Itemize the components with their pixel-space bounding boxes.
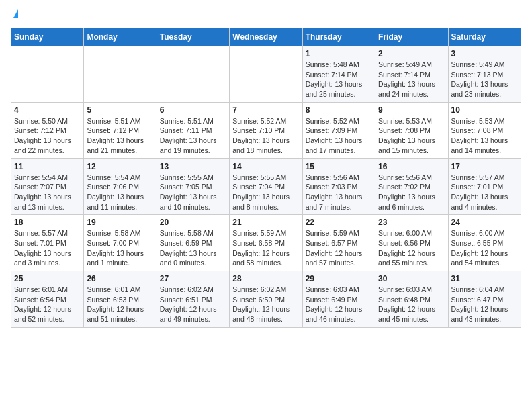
calendar-header-wednesday: Wednesday: [230, 28, 302, 46]
calendar-week-row: 11Sunrise: 5:54 AMSunset: 7:07 PMDayligh…: [11, 158, 521, 215]
day-number: 13: [160, 162, 226, 171]
day-number: 6: [160, 105, 226, 115]
day-number: 8: [306, 105, 372, 115]
calendar-cell: 19Sunrise: 5:58 AMSunset: 7:00 PMDayligh…: [84, 215, 157, 271]
calendar-cell: 25Sunrise: 6:01 AMSunset: 6:54 PMDayligh…: [11, 271, 84, 328]
logo-icon: [13, 9, 18, 18]
calendar-cell: 7Sunrise: 5:52 AMSunset: 7:10 PMDaylight…: [230, 102, 302, 158]
day-info: Sunrise: 5:49 AMSunset: 7:14 PMDaylight:…: [378, 60, 445, 99]
day-number: 7: [232, 105, 299, 115]
day-info: Sunrise: 6:01 AMSunset: 6:53 PMDaylight:…: [87, 285, 153, 324]
calendar-week-row: 25Sunrise: 6:01 AMSunset: 6:54 PMDayligh…: [11, 271, 521, 328]
calendar-cell: 26Sunrise: 6:01 AMSunset: 6:53 PMDayligh…: [84, 271, 157, 328]
day-info: Sunrise: 5:50 AMSunset: 7:12 PMDaylight:…: [14, 116, 81, 156]
calendar-header-monday: Monday: [84, 28, 157, 46]
day-info: Sunrise: 5:59 AMSunset: 6:57 PMDaylight:…: [306, 228, 372, 268]
day-number: 21: [232, 218, 299, 227]
day-info: Sunrise: 5:48 AMSunset: 7:14 PMDaylight:…: [306, 60, 372, 99]
day-number: 22: [306, 218, 372, 227]
calendar-cell: 17Sunrise: 5:57 AMSunset: 7:01 PMDayligh…: [448, 158, 521, 215]
calendar-cell: 29Sunrise: 6:03 AMSunset: 6:49 PMDayligh…: [302, 271, 375, 328]
calendar-cell: 24Sunrise: 6:00 AMSunset: 6:55 PMDayligh…: [448, 215, 521, 271]
calendar-cell: 20Sunrise: 5:58 AMSunset: 6:59 PMDayligh…: [157, 215, 229, 271]
calendar-week-row: 1Sunrise: 5:48 AMSunset: 7:14 PMDaylight…: [11, 46, 521, 103]
calendar-cell: 31Sunrise: 6:04 AMSunset: 6:47 PMDayligh…: [448, 271, 521, 328]
calendar-header-friday: Friday: [375, 28, 448, 46]
day-info: Sunrise: 6:00 AMSunset: 6:56 PMDaylight:…: [378, 228, 445, 268]
day-info: Sunrise: 5:54 AMSunset: 7:07 PMDaylight:…: [14, 173, 81, 212]
calendar-cell: 8Sunrise: 5:52 AMSunset: 7:09 PMDaylight…: [302, 102, 375, 158]
calendar-cell: 2Sunrise: 5:49 AMSunset: 7:14 PMDaylight…: [375, 46, 448, 103]
calendar-cell: 18Sunrise: 5:57 AMSunset: 7:01 PMDayligh…: [11, 215, 84, 271]
calendar-cell: [11, 46, 84, 103]
calendar-cell: 10Sunrise: 5:53 AMSunset: 7:08 PMDayligh…: [448, 102, 521, 158]
day-info: Sunrise: 5:56 AMSunset: 7:02 PMDaylight:…: [378, 173, 445, 212]
day-number: 31: [451, 274, 518, 283]
calendar-cell: 11Sunrise: 5:54 AMSunset: 7:07 PMDayligh…: [11, 158, 84, 215]
calendar-week-row: 18Sunrise: 5:57 AMSunset: 7:01 PMDayligh…: [11, 215, 521, 271]
day-number: 18: [14, 218, 81, 227]
day-info: Sunrise: 6:00 AMSunset: 6:55 PMDaylight:…: [451, 228, 518, 268]
day-info: Sunrise: 5:55 AMSunset: 7:05 PMDaylight:…: [160, 173, 226, 212]
day-number: 25: [14, 274, 81, 283]
day-number: 15: [306, 162, 372, 171]
day-number: 12: [87, 162, 153, 171]
calendar-header-sunday: Sunday: [11, 28, 84, 46]
day-number: 10: [451, 105, 518, 115]
day-number: 27: [160, 274, 226, 283]
day-info: Sunrise: 5:53 AMSunset: 7:08 PMDaylight:…: [378, 116, 445, 156]
calendar-cell: 28Sunrise: 6:02 AMSunset: 6:50 PMDayligh…: [230, 271, 302, 328]
day-info: Sunrise: 5:52 AMSunset: 7:09 PMDaylight:…: [306, 116, 372, 156]
day-number: 16: [378, 162, 445, 171]
day-number: 3: [451, 49, 518, 58]
day-info: Sunrise: 5:55 AMSunset: 7:04 PMDaylight:…: [232, 173, 299, 212]
calendar-cell: 30Sunrise: 6:03 AMSunset: 6:48 PMDayligh…: [375, 271, 448, 328]
page-header: [11, 11, 521, 19]
calendar-header-saturday: Saturday: [448, 28, 521, 46]
calendar-cell: 1Sunrise: 5:48 AMSunset: 7:14 PMDaylight…: [302, 46, 375, 103]
day-number: 26: [87, 274, 153, 283]
calendar-cell: 15Sunrise: 5:56 AMSunset: 7:03 PMDayligh…: [302, 158, 375, 215]
day-number: 19: [87, 218, 153, 227]
day-info: Sunrise: 5:54 AMSunset: 7:06 PMDaylight:…: [87, 173, 153, 212]
calendar-cell: [157, 46, 229, 103]
logo: [11, 11, 18, 19]
day-number: 23: [378, 218, 445, 227]
calendar-cell: [230, 46, 302, 103]
day-number: 29: [306, 274, 372, 283]
day-number: 28: [232, 274, 299, 283]
day-number: 14: [232, 162, 299, 171]
calendar-cell: 16Sunrise: 5:56 AMSunset: 7:02 PMDayligh…: [375, 158, 448, 215]
day-info: Sunrise: 6:02 AMSunset: 6:51 PMDaylight:…: [160, 285, 226, 324]
day-number: 5: [87, 105, 153, 115]
day-info: Sunrise: 6:03 AMSunset: 6:48 PMDaylight:…: [378, 285, 445, 324]
day-info: Sunrise: 5:49 AMSunset: 7:13 PMDaylight:…: [451, 60, 518, 99]
day-info: Sunrise: 5:53 AMSunset: 7:08 PMDaylight:…: [451, 116, 518, 156]
day-info: Sunrise: 5:58 AMSunset: 6:59 PMDaylight:…: [160, 228, 226, 268]
day-info: Sunrise: 5:52 AMSunset: 7:10 PMDaylight:…: [232, 116, 299, 156]
calendar-cell: 13Sunrise: 5:55 AMSunset: 7:05 PMDayligh…: [157, 158, 229, 215]
day-number: 20: [160, 218, 226, 227]
calendar-header-tuesday: Tuesday: [157, 28, 229, 46]
calendar-cell: 27Sunrise: 6:02 AMSunset: 6:51 PMDayligh…: [157, 271, 229, 328]
calendar-cell: 4Sunrise: 5:50 AMSunset: 7:12 PMDaylight…: [11, 102, 84, 158]
day-info: Sunrise: 5:57 AMSunset: 7:01 PMDaylight:…: [14, 228, 81, 268]
calendar-cell: 22Sunrise: 5:59 AMSunset: 6:57 PMDayligh…: [302, 215, 375, 271]
calendar-cell: 3Sunrise: 5:49 AMSunset: 7:13 PMDaylight…: [448, 46, 521, 103]
day-info: Sunrise: 5:56 AMSunset: 7:03 PMDaylight:…: [306, 173, 372, 212]
day-info: Sunrise: 6:03 AMSunset: 6:49 PMDaylight:…: [306, 285, 372, 324]
calendar-cell: 23Sunrise: 6:00 AMSunset: 6:56 PMDayligh…: [375, 215, 448, 271]
day-info: Sunrise: 5:58 AMSunset: 7:00 PMDaylight:…: [87, 228, 153, 268]
day-number: 9: [378, 105, 445, 115]
calendar-cell: 6Sunrise: 5:51 AMSunset: 7:11 PMDaylight…: [157, 102, 229, 158]
calendar-cell: 14Sunrise: 5:55 AMSunset: 7:04 PMDayligh…: [230, 158, 302, 215]
calendar-cell: 21Sunrise: 5:59 AMSunset: 6:58 PMDayligh…: [230, 215, 302, 271]
day-info: Sunrise: 5:59 AMSunset: 6:58 PMDaylight:…: [232, 228, 299, 268]
calendar-header-thursday: Thursday: [302, 28, 375, 46]
day-number: 30: [378, 274, 445, 283]
calendar-table: SundayMondayTuesdayWednesdayThursdayFrid…: [11, 28, 521, 328]
day-number: 17: [451, 162, 518, 171]
calendar-week-row: 4Sunrise: 5:50 AMSunset: 7:12 PMDaylight…: [11, 102, 521, 158]
day-number: 2: [378, 49, 445, 58]
day-info: Sunrise: 5:51 AMSunset: 7:12 PMDaylight:…: [87, 116, 153, 156]
